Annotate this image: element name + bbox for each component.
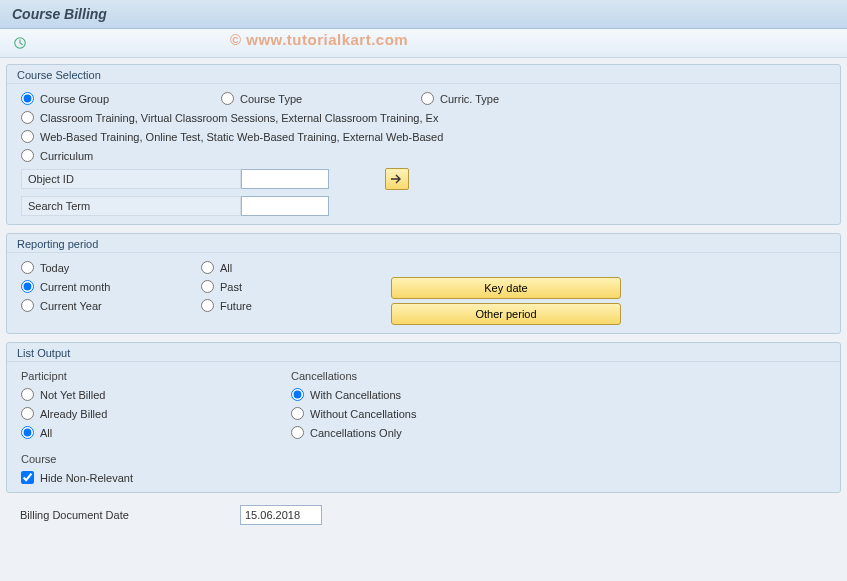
label-course-group[interactable]: Course Group	[40, 93, 109, 105]
arrow-right-icon	[390, 173, 404, 185]
label-all-period[interactable]: All	[220, 262, 232, 274]
clock-execute-icon	[13, 36, 27, 50]
multi-selection-button[interactable]	[385, 168, 409, 190]
toolbar: © www.tutorialkart.com	[0, 29, 847, 58]
label-classroom[interactable]: Classroom Training, Virtual Classroom Se…	[40, 112, 438, 124]
object-id-input[interactable]	[241, 169, 329, 189]
participant-heading: Particip­nt	[21, 370, 291, 382]
label-curriculum[interactable]: Curriculum	[40, 150, 93, 162]
radio-with-cancel[interactable]	[291, 388, 304, 401]
radio-cancel-only[interactable]	[291, 426, 304, 439]
radio-webbased[interactable]	[21, 130, 34, 143]
label-course-type[interactable]: Course Type	[240, 93, 302, 105]
list-output-legend: List Output	[7, 343, 840, 362]
label-hide-nonrelevant[interactable]: Hide Non-Relevant	[40, 472, 133, 484]
title-bar: Course Billing	[0, 0, 847, 29]
radio-classroom[interactable]	[21, 111, 34, 124]
label-past[interactable]: Past	[220, 281, 242, 293]
label-not-billed[interactable]: Not Yet Billed	[40, 389, 105, 401]
radio-course-type[interactable]	[221, 92, 234, 105]
radio-today[interactable]	[21, 261, 34, 274]
billing-date-row: Billing Document Date 15.06.2018	[6, 501, 841, 525]
label-cancel-only[interactable]: Cancellations Only	[310, 427, 402, 439]
radio-participant-all[interactable]	[21, 426, 34, 439]
other-period-button[interactable]: Other period	[391, 303, 621, 325]
label-webbased[interactable]: Web-Based Training, Online Test, Static …	[40, 131, 443, 143]
radio-all-period[interactable]	[201, 261, 214, 274]
course-heading: Course	[21, 453, 826, 465]
radio-course-group[interactable]	[21, 92, 34, 105]
page-title: Course Billing	[12, 6, 107, 22]
label-current-month[interactable]: Current month	[40, 281, 110, 293]
radio-past[interactable]	[201, 280, 214, 293]
billing-date-input[interactable]: 15.06.2018	[240, 505, 322, 525]
label-without-cancel[interactable]: Without Cancellations	[310, 408, 416, 420]
label-already-billed[interactable]: Already Billed	[40, 408, 107, 420]
object-id-label: Object ID	[21, 169, 241, 189]
list-output-group: List Output Particip­nt Not Yet Billed A…	[6, 342, 841, 493]
radio-curric-type[interactable]	[421, 92, 434, 105]
execute-button[interactable]	[10, 33, 30, 53]
radio-current-year[interactable]	[21, 299, 34, 312]
radio-not-billed[interactable]	[21, 388, 34, 401]
reporting-period-group: Reporting period Today Current month Cur…	[6, 233, 841, 334]
watermark-text: © www.tutorialkart.com	[230, 31, 408, 48]
label-curric-type[interactable]: Curric. Type	[440, 93, 499, 105]
billing-date-label: Billing Document Date	[20, 509, 240, 521]
radio-future[interactable]	[201, 299, 214, 312]
label-participant-all[interactable]: All	[40, 427, 52, 439]
search-term-label: Search Term	[21, 196, 241, 216]
label-today[interactable]: Today	[40, 262, 69, 274]
label-current-year[interactable]: Current Year	[40, 300, 102, 312]
key-date-button[interactable]: Key date	[391, 277, 621, 299]
search-term-input[interactable]	[241, 196, 329, 216]
checkbox-hide-nonrelevant[interactable]	[21, 471, 34, 484]
radio-curriculum[interactable]	[21, 149, 34, 162]
radio-without-cancel[interactable]	[291, 407, 304, 420]
course-selection-legend: Course Selection	[7, 65, 840, 84]
cancellations-heading: Cancellations	[291, 370, 826, 382]
label-future[interactable]: Future	[220, 300, 252, 312]
radio-already-billed[interactable]	[21, 407, 34, 420]
radio-current-month[interactable]	[21, 280, 34, 293]
course-selection-group: Course Selection Course Group Course Typ…	[6, 64, 841, 225]
content-area: Course Selection Course Group Course Typ…	[0, 58, 847, 531]
reporting-period-legend: Reporting period	[7, 234, 840, 253]
label-with-cancel[interactable]: With Cancellations	[310, 389, 401, 401]
